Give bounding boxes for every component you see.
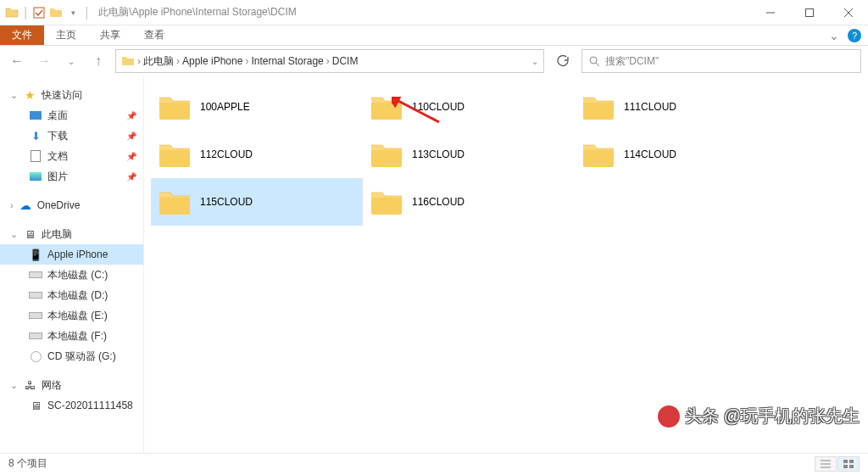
- divider: |: [22, 5, 29, 20]
- svg-rect-12: [849, 465, 854, 468]
- folder-label: 111CLOUD: [624, 101, 676, 113]
- pc-icon: 🖥: [29, 399, 42, 412]
- nav-bar: ← → ⌄ ↑ › 此电脑 › Apple iPhone › Internal …: [0, 46, 868, 76]
- dropdown-icon[interactable]: ▾: [66, 6, 80, 20]
- pin-icon: 📌: [126, 172, 136, 182]
- folder-item[interactable]: 112CLOUD: [151, 131, 363, 178]
- folder-item[interactable]: 113CLOUD: [363, 131, 575, 178]
- folder-label: 100APPLE: [200, 101, 250, 113]
- view-details-button[interactable]: [815, 456, 837, 472]
- sidebar-item-drive-f[interactable]: 本地磁盘 (F:): [0, 326, 143, 346]
- breadcrumb-item[interactable]: 此电脑: [143, 54, 174, 69]
- folder-label: 115CLOUD: [200, 196, 253, 208]
- svg-point-3: [590, 57, 597, 64]
- recent-dropdown[interactable]: ⌄: [61, 51, 81, 71]
- view-icons-button[interactable]: [837, 456, 860, 472]
- watermark-badge-icon: [658, 405, 680, 428]
- folder-label: 114CLOUD: [624, 148, 676, 160]
- maximize-button[interactable]: [790, 0, 829, 25]
- ribbon-tabs: 文件 主页 共享 查看 ⌄ ?: [0, 25, 868, 46]
- drive-icon: [29, 309, 42, 322]
- chevron-right-icon: ›: [242, 55, 251, 67]
- sidebar-quick-access[interactable]: ⌄ ★ 快速访问: [0, 85, 143, 105]
- sidebar-network[interactable]: ⌄ 🖧 网络: [0, 375, 143, 395]
- folder-item[interactable]: 114CLOUD: [575, 131, 787, 178]
- tab-file[interactable]: 文件: [0, 25, 44, 45]
- tab-share[interactable]: 共享: [88, 25, 132, 45]
- chevron-down-icon[interactable]: ⌄: [531, 57, 538, 66]
- folder-item[interactable]: 110CLOUD: [363, 83, 575, 131]
- sidebar: ⌄ ★ 快速访问 桌面📌 ⬇ 下载📌 文档📌 图片📌 › ☁ OneDrive: [0, 76, 144, 453]
- sidebar-item-desktop[interactable]: 桌面📌: [0, 105, 143, 126]
- back-button[interactable]: ←: [7, 51, 27, 71]
- watermark: 头条 @玩手机的张先生: [658, 405, 860, 428]
- status-bar: 8 个项目: [0, 453, 868, 473]
- chevron-down-icon: ⌄: [10, 380, 18, 391]
- breadcrumb-item[interactable]: DCIM: [332, 55, 359, 67]
- tab-view[interactable]: 查看: [132, 25, 176, 45]
- close-button[interactable]: [829, 0, 868, 25]
- window-title: 此电脑\Apple iPhone\Internal Storage\DCIM: [93, 5, 296, 20]
- sidebar-this-pc[interactable]: ⌄ 🖥 此电脑: [0, 224, 143, 244]
- svg-line-4: [596, 63, 599, 66]
- search-input[interactable]: 搜索"DCIM": [581, 49, 861, 73]
- pin-icon: 📌: [126, 152, 136, 161]
- chevron-down-icon[interactable]: ⌄: [829, 29, 839, 42]
- sidebar-onedrive[interactable]: › ☁ OneDrive: [0, 195, 143, 215]
- minimize-button[interactable]: [751, 0, 790, 25]
- folder-icon: [121, 54, 135, 68]
- folder-label: 112CLOUD: [200, 148, 253, 160]
- chevron-right-icon: ›: [174, 55, 182, 67]
- chevron-right-icon: ›: [135, 55, 143, 67]
- help-icon[interactable]: ?: [848, 29, 861, 42]
- folder-label: 113CLOUD: [412, 148, 465, 160]
- sidebar-item-documents[interactable]: 文档📌: [0, 146, 143, 166]
- forward-button[interactable]: →: [34, 51, 54, 71]
- chevron-right-icon: ›: [10, 200, 14, 210]
- svg-rect-9: [843, 460, 848, 463]
- sidebar-item-drive-d[interactable]: 本地磁盘 (D:): [0, 285, 143, 305]
- sidebar-item-network-pc[interactable]: 🖥 SC-202011111458: [0, 395, 143, 416]
- sidebar-item-pictures[interactable]: 图片📌: [0, 166, 143, 187]
- network-icon: 🖧: [23, 378, 36, 392]
- folder-label: 110CLOUD: [412, 101, 465, 113]
- search-placeholder: 搜索"DCIM": [605, 54, 659, 69]
- folder-item[interactable]: 100APPLE: [151, 83, 363, 131]
- cloud-icon: ☁: [19, 198, 32, 212]
- folder-content[interactable]: 100APPLE110CLOUD111CLOUD112CLOUD113CLOUD…: [144, 76, 868, 453]
- sidebar-item-drive-c[interactable]: 本地磁盘 (C:): [0, 265, 143, 285]
- tab-home[interactable]: 主页: [44, 25, 88, 45]
- drive-icon: [29, 329, 42, 343]
- search-icon: [589, 56, 600, 67]
- svg-rect-2: [806, 8, 814, 16]
- breadcrumb[interactable]: › 此电脑 › Apple iPhone › Internal Storage …: [115, 49, 544, 73]
- title-bar: | ▾ | 此电脑\Apple iPhone\Internal Storage\…: [0, 0, 868, 25]
- item-count: 8 个项目: [8, 456, 47, 471]
- svg-rect-0: [34, 8, 44, 18]
- iphone-icon: 📱: [29, 248, 42, 261]
- document-icon: [29, 149, 42, 163]
- sidebar-item-downloads[interactable]: ⬇ 下载📌: [0, 126, 143, 146]
- chevron-down-icon: ⌄: [10, 90, 18, 101]
- breadcrumb-item[interactable]: Apple iPhone: [182, 55, 242, 67]
- drive-icon: [29, 288, 42, 302]
- chevron-right-icon: ›: [324, 55, 332, 67]
- sidebar-item-drive-e[interactable]: 本地磁盘 (E:): [0, 305, 143, 326]
- checkbox-icon[interactable]: [32, 6, 46, 20]
- sidebar-item-apple-iphone[interactable]: 📱 Apple iPhone: [0, 244, 143, 265]
- pin-icon: 📌: [126, 131, 136, 141]
- sidebar-item-dvd[interactable]: CD 驱动器 (G:): [0, 346, 143, 366]
- desktop-icon: [29, 109, 42, 122]
- folder-item[interactable]: 111CLOUD: [575, 83, 787, 131]
- divider: |: [83, 5, 90, 20]
- disc-icon: [29, 349, 42, 363]
- up-button[interactable]: ↑: [88, 51, 108, 71]
- chevron-down-icon: ⌄: [10, 229, 18, 240]
- refresh-button[interactable]: [551, 49, 575, 73]
- download-icon: ⬇: [29, 129, 42, 142]
- folder-item[interactable]: 116CLOUD: [363, 178, 575, 226]
- folder-label: 116CLOUD: [412, 196, 465, 208]
- folder-item[interactable]: 115CLOUD: [151, 178, 363, 226]
- folder-small-icon[interactable]: [49, 6, 63, 20]
- breadcrumb-item[interactable]: Internal Storage: [251, 55, 323, 67]
